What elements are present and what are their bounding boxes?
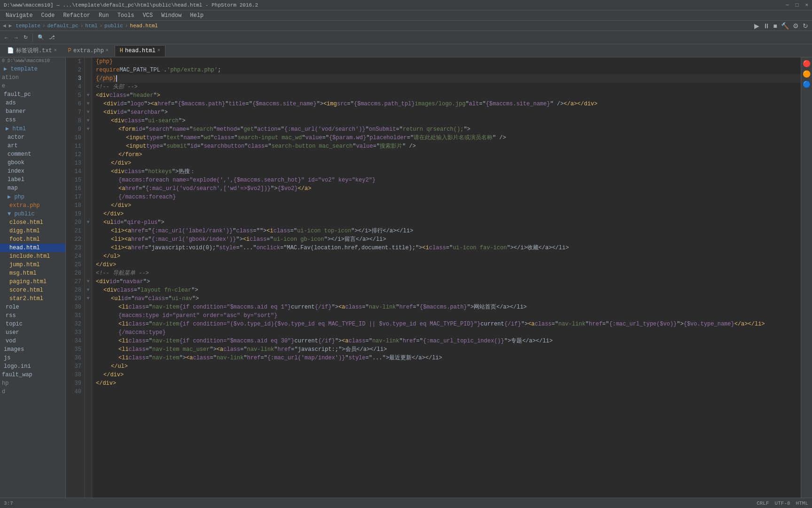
gutter-5[interactable]: ▼ [85, 91, 92, 100]
sidebar-score-html[interactable]: score.html [0, 286, 65, 294]
sidebar-js[interactable]: js [0, 354, 65, 362]
back-nav-button[interactable]: ← [2, 34, 11, 41]
git-button[interactable]: ⎇ [47, 33, 57, 41]
sidebar-role[interactable]: role [0, 303, 65, 311]
sidebar-digg-html[interactable]: digg.html [0, 227, 65, 235]
sidebar-jump-html[interactable]: jump.html [0, 261, 65, 269]
firefox-icon[interactable]: 🟠 [803, 70, 811, 78]
menu-run[interactable]: Run [95, 11, 113, 20]
gutter-14 [85, 167, 92, 176]
sidebar-paging-html[interactable]: paging.html [0, 278, 65, 286]
tab-php-close[interactable]: × [106, 48, 109, 53]
code-line-28: <div class="layout fn-clear"> [96, 286, 801, 294]
forward-nav-button[interactable]: → [12, 34, 21, 41]
refresh-button[interactable]: ↻ [22, 33, 30, 41]
tab-extra-php[interactable]: P extra.php × [63, 45, 114, 56]
back-icon[interactable]: ◀ [3, 23, 6, 29]
line-num-29: 29 [66, 294, 81, 303]
sidebar-comment[interactable]: comment [0, 150, 65, 159]
sidebar-banner[interactable]: banner [0, 107, 65, 116]
code-editor[interactable]: {php} require MAC_PATH_TPL . 'php/extra.… [92, 57, 801, 498]
menu-code[interactable]: Code [38, 11, 59, 20]
update-button[interactable]: ↻ [802, 21, 809, 31]
menu-vcs[interactable]: VCS [139, 11, 157, 20]
gutter-6[interactable]: ▼ [85, 100, 92, 108]
tab-labels-txt[interactable]: 📄 标签说明.txt × [2, 44, 62, 57]
sidebar-map[interactable]: map [0, 184, 65, 192]
sidebar-images[interactable]: images [0, 345, 65, 354]
gutter-8[interactable]: ▼ [85, 117, 92, 125]
status-encoding[interactable]: UTF-8 [775, 500, 790, 506]
minimize-button[interactable]: ─ [786, 2, 789, 8]
menu-help[interactable]: Help [186, 11, 207, 20]
window-controls[interactable]: ─ □ × [786, 2, 808, 8]
status-line-ending[interactable]: CRLF [757, 500, 769, 506]
line-num-8: 8 [66, 117, 81, 125]
sidebar-fault-pc[interactable]: fault_pc [0, 90, 65, 99]
breadcrumb-default-pc[interactable]: default_pc [47, 23, 78, 29]
sidebar-art[interactable]: art [0, 142, 65, 150]
sidebar-head-html[interactable]: head.html [0, 244, 65, 252]
sidebar-ads[interactable]: ads [0, 99, 65, 107]
settings-button[interactable]: ⚙ [792, 21, 800, 31]
sidebar-php[interactable]: ▶ php [0, 192, 65, 201]
sidebar-fault-wap[interactable]: fault_wap [0, 371, 65, 379]
sidebar-public[interactable]: ▼ public [0, 210, 65, 218]
menu-window[interactable]: Window [157, 11, 185, 20]
ie-icon[interactable]: 🔵 [803, 80, 811, 88]
gutter-27[interactable]: ▼ [85, 278, 92, 286]
chrome-icon[interactable]: 🔴 [803, 59, 811, 68]
sidebar-foot-html[interactable]: foot.html [0, 235, 65, 244]
gutter-7[interactable]: ▼ [85, 108, 92, 117]
status-position: 3:7 [4, 500, 13, 506]
sidebar-user[interactable]: user [0, 328, 65, 337]
line-num-1: 1 [66, 57, 81, 66]
sidebar-css[interactable]: css [0, 116, 65, 124]
menu-tools[interactable]: Tools [114, 11, 138, 20]
status-format[interactable]: HTML [796, 500, 808, 506]
tab-html-close[interactable]: × [157, 48, 160, 53]
menu-navigate[interactable]: Navigate [2, 11, 37, 20]
sidebar-ation[interactable]: ation [0, 73, 65, 82]
sidebar-msg-html[interactable]: msg.html [0, 269, 65, 278]
sidebar-logo-ini[interactable]: logo.ini [0, 362, 65, 371]
sidebar-topic[interactable]: topic [0, 320, 65, 328]
sidebar-index[interactable]: index [0, 167, 65, 175]
gutter-20[interactable]: ▼ [85, 218, 92, 227]
sidebar-hp[interactable]: hp [0, 379, 65, 388]
sidebar-d[interactable]: d [0, 388, 65, 396]
stop-button[interactable]: ■ [773, 21, 778, 31]
line-num-10: 10 [66, 134, 81, 142]
sidebar-vod[interactable]: vod [0, 337, 65, 345]
close-button[interactable]: × [805, 2, 808, 8]
breadcrumb-public[interactable]: public [104, 23, 123, 29]
sidebar-label[interactable]: label [0, 175, 65, 184]
sidebar-star2-html[interactable]: star2.html [0, 294, 65, 303]
sidebar-e[interactable]: e [0, 82, 65, 90]
code-line-13: </div> [96, 159, 801, 167]
menu-refactor[interactable]: Refactor [59, 11, 94, 20]
gutter-28[interactable]: ▼ [85, 286, 92, 294]
gutter-29[interactable]: ▼ [85, 294, 92, 303]
breadcrumb-html[interactable]: html [85, 23, 97, 29]
forward-icon[interactable]: ▶ [9, 23, 12, 29]
sidebar-html[interactable]: ▶ html [0, 124, 65, 133]
debug-button[interactable]: ⏸ [762, 21, 771, 31]
gutter-9[interactable]: ▼ [85, 125, 92, 134]
sidebar-close-html[interactable]: close.html [0, 218, 65, 227]
run-button[interactable]: ▶ [753, 21, 760, 31]
code-line-36: <li class="nav-item"> <a class="nav-link… [96, 354, 801, 362]
sidebar-gbook[interactable]: gbook [0, 159, 65, 167]
gutter: ▼ ▼ ▼ ▼ ▼ ▼ ▼ ▼ ▼ [85, 57, 92, 498]
sidebar-actor[interactable]: actor [0, 133, 65, 142]
tab-txt-close[interactable]: × [54, 48, 57, 53]
sidebar-rss[interactable]: rss [0, 311, 65, 320]
maximize-button[interactable]: □ [796, 2, 799, 8]
breadcrumb-template[interactable]: template [16, 23, 40, 29]
sidebar-template[interactable]: ▶ template [0, 64, 65, 73]
sidebar-include-html[interactable]: include.html [0, 252, 65, 261]
tab-head-html[interactable]: H head.html × [115, 45, 165, 56]
inspect-button[interactable]: 🔍 [36, 33, 46, 41]
sidebar-extra-php[interactable]: extra.php [0, 201, 65, 210]
build-button[interactable]: 🔨 [780, 21, 790, 31]
